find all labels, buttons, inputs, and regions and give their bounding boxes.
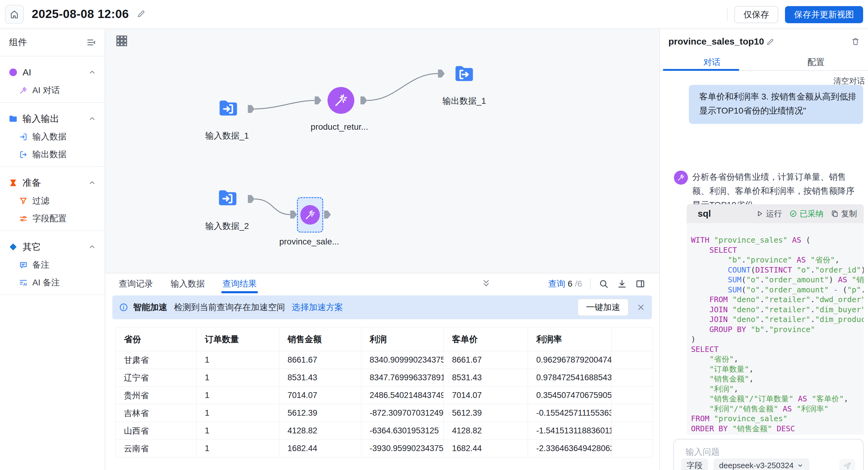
diamond-icon bbox=[8, 242, 18, 251]
node-output-data-1[interactable] bbox=[452, 63, 476, 86]
query-link[interactable]: 查询 bbox=[548, 278, 565, 290]
download-icon[interactable] bbox=[617, 279, 627, 289]
sidebar-section-io-header[interactable]: 输入输出 bbox=[0, 109, 105, 128]
sidebar-item-output-data[interactable]: 输出数据 bbox=[0, 146, 105, 163]
tab-config[interactable]: 配置 bbox=[764, 57, 868, 70]
user-message-line: 显示TOP10省份的业绩情况" bbox=[699, 104, 856, 118]
one-click-accelerate-button[interactable]: 一键加速 bbox=[578, 299, 629, 316]
copy-icon bbox=[831, 210, 839, 218]
table-cell: 4128.82 bbox=[279, 422, 361, 440]
sql-code-card: sql 运行 已采纳 bbox=[687, 204, 864, 435]
table-cell: 5612.39 bbox=[444, 404, 528, 422]
sidebar-item-filter[interactable]: 过滤 bbox=[0, 192, 105, 210]
node-product-return[interactable] bbox=[328, 87, 354, 114]
home-button[interactable] bbox=[5, 5, 24, 24]
run-sql-button[interactable]: 运行 bbox=[756, 209, 782, 219]
top-bar-actions: 仅保存 保存并更新视图 bbox=[727, 0, 863, 29]
code-line: "省份", bbox=[691, 354, 864, 365]
ai-note-icon: AI bbox=[19, 278, 28, 287]
node-province-sales-selected[interactable] bbox=[297, 197, 323, 232]
port-in-icon bbox=[290, 211, 297, 219]
query-current: 6 bbox=[568, 279, 572, 289]
adopted-badge: 已采纳 bbox=[789, 209, 824, 219]
page-title: 2025-08-08 12:06 bbox=[32, 7, 129, 21]
table-row: 甘肃省18661.678340.9099902343758661.670.962… bbox=[116, 351, 653, 369]
results-panel: 查询记录 输入数据 查询结果 查询 6/6 bbox=[105, 273, 659, 470]
table-cell: -0.15542571115536333 bbox=[528, 404, 612, 422]
active-tab-underline bbox=[663, 69, 739, 71]
trash-icon[interactable] bbox=[851, 37, 860, 46]
table-cell: 1682.44 bbox=[444, 440, 528, 458]
table-cell: 4128.82 bbox=[444, 422, 528, 440]
table-cell bbox=[612, 369, 653, 387]
sidebar-item-note[interactable]: 备注 bbox=[0, 256, 105, 274]
flow-canvas[interactable]: 输入数据_1 product_retur... 输出数据_1 输入数据_2 bbox=[105, 29, 659, 273]
sidebar-item-label: 字段配置 bbox=[32, 213, 66, 224]
search-icon[interactable] bbox=[598, 279, 609, 289]
banner-choose-plan-link[interactable]: 选择加速方案 bbox=[292, 302, 343, 313]
collapse-sidebar-icon[interactable] bbox=[86, 37, 96, 47]
folder-input-icon bbox=[216, 187, 240, 209]
sidebar-item-ai-note[interactable]: AI AI 备注 bbox=[0, 274, 105, 291]
code-line: "销售金额", bbox=[691, 374, 864, 384]
code-line: "b"."province" AS "省份", bbox=[691, 255, 864, 265]
sidebar-item-label: 输出数据 bbox=[32, 149, 66, 160]
field-chip[interactable]: 字段 bbox=[681, 459, 708, 470]
funnel-icon bbox=[19, 196, 28, 206]
sidebar-section-prepare-header[interactable]: 准备 bbox=[0, 174, 105, 192]
table-row: 吉林省15612.39-872.30970703124975612.39-0.1… bbox=[116, 404, 653, 422]
model-select[interactable]: deepseek-v3-250324 bbox=[714, 459, 809, 470]
table-cell bbox=[612, 440, 653, 458]
tab-input-data[interactable]: 输入数据 bbox=[170, 274, 205, 294]
component-sidebar: 组件 AI AI 对话 bbox=[0, 29, 105, 470]
question-input[interactable]: 输入问题 bbox=[685, 446, 720, 458]
table-cell: 7014.07 bbox=[279, 387, 361, 404]
sql-card-header: sql 运行 已采纳 bbox=[687, 204, 864, 223]
copy-sql-button[interactable]: 复制 bbox=[831, 209, 857, 219]
table-cell bbox=[612, 404, 653, 422]
send-button[interactable] bbox=[839, 459, 855, 470]
close-icon[interactable] bbox=[637, 303, 645, 312]
sidebar-section-other-header[interactable]: 其它 bbox=[0, 238, 105, 256]
folder-output-icon bbox=[452, 63, 476, 85]
dataset-title: province_sales_top10 bbox=[669, 36, 764, 47]
send-icon bbox=[843, 461, 852, 470]
table-row: 山西省14128.82-6364.63019531254128.82-1.541… bbox=[116, 422, 653, 440]
sidebar-section-ai: AI AI 对话 bbox=[0, 57, 105, 103]
table-cell: 0.9784725416885435 bbox=[528, 369, 612, 387]
table-cell: 辽宁省 bbox=[116, 369, 196, 387]
side-panel-icon[interactable] bbox=[635, 279, 646, 289]
code-line: FROM "deno"."retailer"."dwd_order" AS "o… bbox=[691, 295, 864, 305]
save-and-update-button[interactable]: 保存并更新视图 bbox=[785, 6, 863, 23]
double-chevron-down-icon[interactable] bbox=[481, 279, 491, 288]
code-line: ORDER BY "销售金额" DESC bbox=[691, 424, 864, 434]
query-counter: 查询 6/6 bbox=[548, 278, 582, 290]
chevron-up-icon bbox=[88, 179, 96, 187]
result-table-body: 甘肃省18661.678340.9099902343758661.670.962… bbox=[116, 351, 653, 458]
tab-conversation[interactable]: 对话 bbox=[660, 57, 764, 70]
chevron-down-icon bbox=[797, 462, 804, 469]
column-header: 省份 bbox=[116, 327, 196, 351]
sidebar-item-input-data[interactable]: 输入数据 bbox=[0, 128, 105, 146]
right-panel-header: province_sales_top10 bbox=[660, 29, 868, 57]
tab-query-history[interactable]: 查询记录 bbox=[119, 274, 153, 294]
node-input-data-2[interactable] bbox=[216, 187, 240, 210]
folder-input-icon bbox=[216, 97, 240, 119]
result-table-header-row: 省份订单数量销售金额利润客单价利润率 bbox=[116, 327, 653, 351]
column-header: 利润 bbox=[361, 327, 444, 351]
question-input-card: 输入问题 字段 deepseek-v3-250324 bbox=[673, 439, 864, 470]
node-input-data-1[interactable] bbox=[216, 97, 240, 120]
edit-title-icon[interactable] bbox=[137, 9, 146, 18]
tab-query-result[interactable]: 查询结果 bbox=[222, 274, 257, 294]
code-line: "订单数量", bbox=[691, 365, 864, 374]
edge-input2-to-province bbox=[254, 199, 290, 215]
edit-dataset-icon[interactable] bbox=[766, 37, 775, 46]
column-header: 利润率 bbox=[528, 327, 612, 351]
table-cell: 0.9629678792004747 bbox=[528, 351, 612, 369]
sidebar-section-ai-header[interactable]: AI bbox=[0, 63, 105, 82]
sidebar-item-field-config[interactable]: 字段配置 bbox=[0, 210, 105, 227]
save-only-button[interactable]: 仅保存 bbox=[734, 6, 778, 23]
table-cell: 1682.44 bbox=[279, 440, 361, 458]
table-cell: 8531.43 bbox=[444, 369, 528, 387]
sidebar-item-ai-chat[interactable]: AI 对话 bbox=[0, 82, 105, 99]
